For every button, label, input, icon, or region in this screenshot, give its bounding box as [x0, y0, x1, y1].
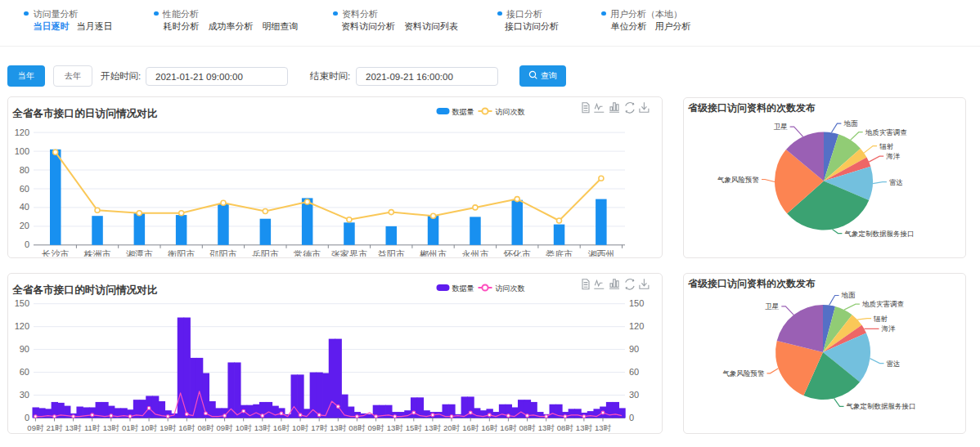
svg-text:20时: 20时: [443, 423, 461, 432]
svg-text:访问次数: 访问次数: [495, 108, 525, 116]
svg-text:150: 150: [15, 298, 29, 308]
svg-text:怀化市: 怀化市: [503, 249, 531, 257]
svg-text:衡阳市: 衡阳市: [167, 249, 195, 257]
svg-text:数据量: 数据量: [452, 284, 474, 293]
svg-text:09时: 09时: [368, 423, 385, 432]
svg-text:19时: 19时: [160, 423, 177, 432]
svg-text:省级接口访问资料的次数发布: 省级接口访问资料的次数发布: [688, 102, 816, 114]
svg-text:气象风险预警: 气象风险预警: [722, 369, 765, 378]
svg-text:16时: 16时: [500, 423, 517, 432]
svg-text:13时: 13时: [595, 423, 612, 432]
svg-text:卫星: 卫星: [774, 123, 789, 131]
svg-text:岳阳市: 岳阳市: [252, 249, 279, 257]
svg-text:60: 60: [20, 184, 29, 194]
svg-text:17时: 17时: [311, 423, 328, 432]
svg-text:卫星: 卫星: [765, 302, 780, 311]
svg-text:01时: 01时: [122, 423, 139, 432]
svg-text:09时: 09时: [217, 423, 234, 432]
svg-text:120: 120: [15, 127, 29, 137]
svg-text:海洋: 海洋: [881, 324, 896, 333]
svg-text:雷达: 雷达: [889, 178, 903, 186]
svg-text:08时: 08时: [557, 423, 574, 432]
svg-text:60: 60: [629, 367, 639, 377]
svg-text:永州市: 永州市: [461, 249, 488, 257]
svg-text:湘潭市: 湘潭市: [126, 249, 153, 257]
svg-text:地面: 地面: [843, 119, 858, 127]
svg-text:雷达: 雷达: [887, 360, 901, 368]
svg-text:娄底市: 娄底市: [546, 249, 573, 257]
svg-text:60: 60: [20, 367, 29, 377]
svg-text:株洲市: 株洲市: [83, 249, 111, 257]
svg-text:地面: 地面: [841, 291, 856, 299]
svg-text:08时: 08时: [197, 423, 214, 432]
svg-text:11时: 11时: [84, 423, 101, 432]
svg-text:全省各市接口的时访问情况对比: 全省各市接口的时访问情况对比: [11, 284, 158, 296]
svg-text:常德市: 常德市: [294, 249, 321, 257]
svg-text:地质灾害调查: 地质灾害调查: [861, 300, 904, 308]
svg-text:90: 90: [629, 344, 639, 354]
svg-text:湘西州: 湘西州: [587, 249, 614, 257]
svg-text:长沙市: 长沙市: [41, 249, 69, 257]
svg-text:地质灾害调查: 地质灾害调查: [865, 128, 908, 136]
svg-text:16时: 16时: [178, 423, 196, 432]
svg-text:益阳市: 益阳市: [378, 249, 405, 257]
svg-text:气象定制数据服务接口: 气象定制数据服务接口: [847, 402, 916, 410]
svg-text:15时: 15时: [406, 423, 423, 432]
svg-text:13时: 13时: [330, 423, 347, 432]
svg-text:郴州市: 郴州市: [420, 249, 447, 257]
svg-text:13时: 13时: [65, 423, 83, 432]
svg-text:海洋: 海洋: [886, 152, 901, 160]
svg-text:10时: 10时: [236, 423, 253, 432]
svg-text:80: 80: [20, 165, 29, 175]
svg-text:30: 30: [20, 390, 29, 400]
svg-text:13时: 13时: [538, 423, 555, 432]
svg-text:90: 90: [20, 344, 29, 354]
svg-text:10时: 10时: [141, 423, 158, 432]
svg-text:0: 0: [25, 413, 29, 422]
svg-text:10时: 10时: [292, 423, 309, 432]
svg-text:辐射: 辐射: [873, 315, 888, 323]
svg-text:0: 0: [629, 413, 634, 422]
svg-text:张家界市: 张家界市: [331, 249, 367, 257]
svg-text:13时: 13时: [254, 423, 272, 432]
svg-text:气象定制数据服务接口: 气象定制数据服务接口: [844, 230, 914, 238]
svg-text:150: 150: [629, 298, 644, 308]
svg-text:40: 40: [20, 202, 29, 212]
svg-text:16时: 16时: [273, 423, 290, 432]
svg-text:访问次数: 访问次数: [495, 284, 525, 293]
svg-text:16时: 16时: [462, 423, 479, 432]
svg-text:0: 0: [25, 239, 29, 249]
svg-text:13时: 13时: [103, 423, 120, 432]
svg-text:120: 120: [15, 321, 29, 331]
svg-text:辐射: 辐射: [879, 142, 894, 150]
svg-text:数据量: 数据量: [452, 108, 474, 116]
svg-text:120: 120: [629, 321, 644, 331]
svg-text:13时: 13时: [387, 423, 404, 432]
svg-text:13时: 13时: [425, 423, 442, 432]
svg-text:全省各市接口的日访问情况对比: 全省各市接口的日访问情况对比: [11, 107, 158, 119]
svg-text:09时: 09时: [27, 423, 44, 432]
svg-text:30: 30: [629, 390, 639, 400]
svg-text:20: 20: [20, 221, 29, 230]
svg-text:08时: 08时: [519, 423, 536, 432]
svg-text:21时: 21时: [46, 423, 63, 432]
svg-text:13时: 13时: [576, 423, 593, 432]
svg-text:省级接口访问资料的次数发布: 省级接口访问资料的次数发布: [688, 278, 816, 289]
svg-text:08时: 08时: [348, 423, 366, 432]
svg-text:100: 100: [15, 146, 29, 156]
svg-text:气象风险预警: 气象风险预警: [717, 176, 760, 184]
svg-text:邵阳市: 邵阳市: [209, 249, 237, 257]
svg-text:16时: 16时: [481, 423, 498, 432]
